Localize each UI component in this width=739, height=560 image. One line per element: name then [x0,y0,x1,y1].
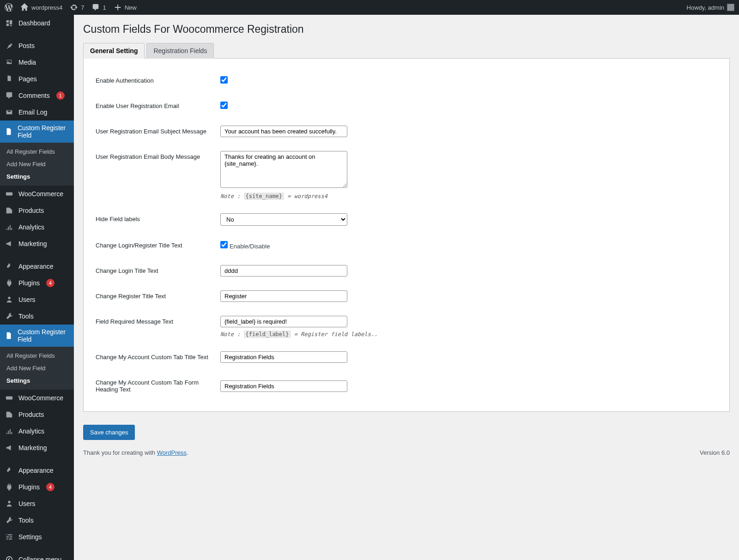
appearance-icon [5,466,13,475]
plugins-badge: 4 [46,279,55,287]
menu-marketing[interactable]: Marketing [0,235,74,252]
wp-logo[interactable] [5,3,13,12]
users-icon [5,500,13,508]
menu-appearance[interactable]: Appearance [0,258,74,275]
marketing-icon [5,240,13,248]
menu-pages[interactable]: Pages [0,71,74,87]
admin-bar: wordpress4 7 1 New Howdy, admin [0,0,739,15]
sub-all[interactable]: All Register Fields [0,145,74,158]
dashboard-icon [5,19,13,27]
update-icon [70,3,78,12]
menu-comments[interactable]: Comments1 [0,87,74,104]
menu-plugins-2[interactable]: Plugins4 [0,479,74,495]
plugins-icon [5,483,13,491]
tab-reg[interactable]: Registration Fields [146,43,214,59]
analytics-icon [5,223,13,231]
menu-users[interactable]: Users [0,291,74,308]
menu-posts[interactable]: Posts [0,37,74,54]
tabs: General Setting Registration Fields [83,43,730,59]
change-title-label: Change Login/Register Title Text [96,233,216,258]
enable-reg-email-label: Enable User Registration Email [96,93,216,119]
crf-submenu-2: All Register Fields Add New Field Settin… [0,347,74,390]
tab-title-label: Change My Account Custom Tab Title Text [96,344,216,370]
register-title-input[interactable] [220,290,347,302]
subject-input[interactable] [220,126,347,137]
site-link[interactable]: wordpress4 [20,3,62,12]
woo-icon [5,394,13,402]
updates-link[interactable]: 7 [70,3,84,12]
menu-crf[interactable]: Custom Register Field [0,120,74,143]
plugins-badge: 4 [46,483,55,491]
tab-general[interactable]: General Setting [83,43,145,59]
register-title-label: Change Register Title Text [96,283,216,309]
menu-marketing-2[interactable]: Marketing [0,440,74,456]
menu-crf-2[interactable]: Custom Register Field [0,325,74,347]
login-title-label: Change Login Title Text [96,258,216,283]
body-note: Note : {site_name} = wordpress4 [220,193,713,199]
svg-point-3 [8,501,10,503]
body-textarea[interactable]: Thanks for creating an account on {site_… [220,151,347,188]
menu-users-2[interactable]: Users [0,495,74,512]
marketing-icon [5,444,13,452]
hide-labels-select[interactable]: No [220,213,347,226]
comments-link[interactable]: 1 [91,3,106,12]
menu-products-2[interactable]: Products [0,406,74,423]
page-icon [5,127,13,136]
menu-emaillog[interactable]: Email Log [0,104,74,120]
plugins-icon [5,279,13,287]
tab-heading-label: Change My Account Custom Tab Form Headin… [96,370,216,402]
woo-icon [5,190,13,198]
tools-icon [5,312,13,320]
enable-auth-checkbox[interactable] [220,76,228,84]
page-icon [5,331,13,340]
new-link[interactable]: New [114,3,137,12]
svg-rect-2 [6,396,12,399]
avatar [727,4,734,11]
menu-appearance-2[interactable]: Appearance [0,462,74,479]
required-msg-input[interactable] [220,316,347,327]
required-note: Note : {field_label} = Register field la… [220,331,713,337]
svg-point-1 [8,297,10,299]
enable-auth-label: Enable Authentication [96,68,216,93]
howdy-link[interactable]: Howdy, admin [687,4,734,11]
menu-tools[interactable]: Tools [0,308,74,325]
wordpress-link[interactable]: WordPress [157,449,187,456]
change-title-checkbox[interactable] [220,241,228,248]
sub-add[interactable]: Add New Field [0,158,74,170]
menu-analytics-2[interactable]: Analytics [0,423,74,440]
sub-settings[interactable]: Settings [0,170,74,183]
sub-settings-2[interactable]: Settings [0,374,74,387]
login-title-input[interactable] [220,265,347,277]
enable-reg-email-checkbox[interactable] [220,102,228,109]
menu-media[interactable]: Media [0,54,74,71]
sub-add-2[interactable]: Add New Field [0,362,74,374]
media-icon [5,58,13,66]
pages-icon [5,75,13,83]
products-icon [5,206,13,215]
tab-heading-input[interactable] [220,380,347,392]
svg-rect-0 [6,192,12,195]
sub-all-2[interactable]: All Register Fields [0,349,74,362]
tab-title-input[interactable] [220,351,347,363]
menu-tools-2[interactable]: Tools [0,512,74,529]
comment-icon [5,91,13,100]
plus-icon [114,3,122,12]
menu-woo[interactable]: WooCommerce [0,186,74,202]
comments-badge: 1 [56,91,65,100]
change-title-inline-label: Enable/Disable [230,243,270,250]
menu-dashboard[interactable]: Dashboard [0,15,74,31]
menu-plugins[interactable]: Plugins4 [0,275,74,291]
menu-analytics[interactable]: Analytics [0,219,74,235]
collapse-icon [5,555,13,560]
menu-woo-2[interactable]: WooCommerce [0,390,74,406]
menu-products[interactable]: Products [0,202,74,219]
users-icon [5,295,13,304]
menu-settings[interactable]: Settings [0,529,74,545]
save-button[interactable]: Save changes [83,425,135,440]
footer-version: Version 6.0 [700,449,730,456]
admin-menu: Dashboard Posts Media Pages Comments1 Em… [0,15,74,560]
mail-icon [5,108,13,116]
pin-icon [5,42,13,50]
body-label: User Registration Email Body Message [96,144,216,206]
collapse-menu[interactable]: Collapse menu [0,551,74,560]
